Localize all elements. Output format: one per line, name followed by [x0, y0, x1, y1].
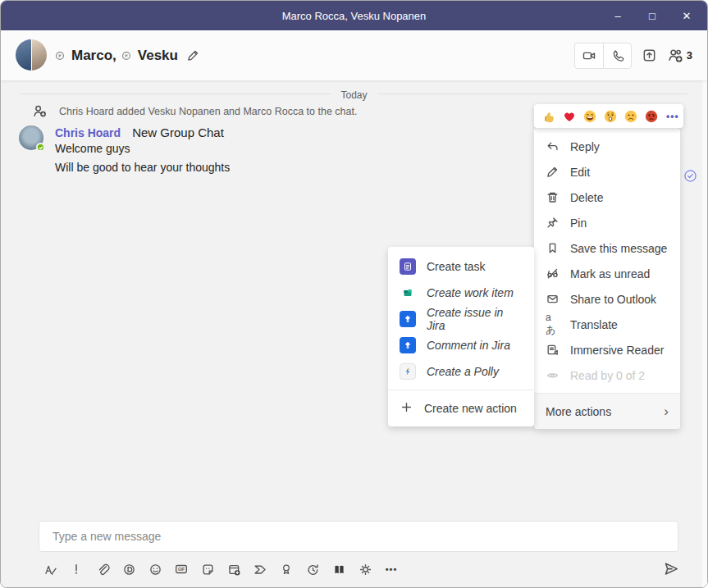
menu-item-share-outlook[interactable]: Share to Outlook	[534, 286, 680, 312]
menu-item-read-by: Read by 0 of 2	[534, 362, 680, 388]
message: Chris Hoard New Group Chat Welcome guys …	[19, 125, 230, 177]
sender-name[interactable]: Chris Hoard	[55, 126, 121, 139]
submenu-item-create-work-item[interactable]: Create work item	[388, 280, 534, 306]
immersive-reader-icon	[546, 343, 560, 357]
praise-icon[interactable]	[279, 562, 294, 577]
composer-toolbar: GIF •••	[43, 560, 399, 578]
submenu-item-comment-jira[interactable]: Comment in Jira	[388, 332, 534, 358]
svg-text:GIF: GIF	[178, 567, 185, 572]
system-message-text: Chris Hoard added Vesku Nopanen and Marc…	[59, 106, 357, 117]
rename-chat-icon[interactable]	[186, 48, 200, 62]
message-input[interactable]	[39, 521, 678, 552]
sender-avatar	[19, 125, 43, 150]
loop-icon[interactable]	[121, 562, 136, 577]
title-bar: Marco Rocca, Vesku Nopanen – □ ✕	[1, 1, 707, 30]
menu-item-pin[interactable]: Pin	[534, 210, 680, 235]
presence-offline-icon	[55, 51, 65, 61]
jira-app-icon	[400, 337, 416, 353]
maximize-button[interactable]: □	[635, 1, 669, 30]
close-button[interactable]: ✕	[669, 1, 704, 30]
reply-icon	[546, 139, 560, 153]
laugh-reaction[interactable]	[582, 109, 597, 124]
delay-send-icon[interactable]	[305, 562, 320, 577]
message-context-menu: Reply Edit Delete Pin Save this message …	[534, 128, 680, 429]
date-divider: Today	[21, 87, 687, 100]
pop-out-chat-button[interactable]	[642, 48, 657, 63]
eye-icon	[546, 368, 560, 382]
format-button[interactable]	[43, 562, 57, 577]
emoji-icon[interactable]	[148, 562, 162, 577]
chat-body: Today Chris Hoard added Vesku Nopanen an…	[1, 80, 707, 588]
glasses-off-icon	[546, 267, 560, 280]
group-avatar	[16, 39, 47, 71]
tasks-app-icon	[400, 258, 416, 275]
angry-reaction[interactable]	[644, 109, 659, 124]
delivery-options-button[interactable]	[69, 562, 84, 577]
bookmark-icon	[546, 241, 560, 255]
submenu-create-new-action[interactable]: Create new action	[388, 390, 534, 426]
message-chat-title: New Group Chat	[132, 125, 224, 139]
menu-item-immersive-reader[interactable]: Immersive Reader	[534, 337, 680, 362]
sad-reaction[interactable]	[623, 109, 638, 124]
view-add-participants-button[interactable]: 3	[667, 47, 692, 64]
jira-app-icon	[400, 311, 416, 327]
chat-header: Marco, Vesku 3	[1, 30, 707, 80]
like-reaction[interactable]	[541, 109, 556, 124]
menu-item-translate[interactable]: aあ Translate	[534, 312, 680, 337]
more-reactions-button[interactable]: •••	[666, 111, 679, 122]
translate-icon: aあ	[546, 317, 560, 331]
delete-icon	[546, 190, 560, 204]
message-sent-indicator	[683, 169, 697, 186]
call-button-group	[574, 43, 632, 69]
date-divider-label: Today	[331, 89, 377, 101]
person-added-icon	[32, 103, 48, 119]
teams-chat-window: Marco Rocca, Vesku Nopanen – □ ✕ Marco, …	[0, 0, 708, 588]
attach-icon[interactable]	[95, 562, 110, 577]
menu-item-more-actions[interactable]: More actions ›	[534, 394, 680, 429]
send-icon[interactable]	[663, 560, 679, 577]
surprised-reaction[interactable]	[603, 109, 618, 124]
menu-item-reply[interactable]: Reply	[534, 134, 680, 159]
message-line: Will be good to hear your thoughts	[55, 158, 230, 177]
schedule-meeting-icon[interactable]	[226, 562, 241, 577]
sticker-icon[interactable]	[200, 562, 215, 577]
edit-icon	[546, 165, 560, 179]
chevron-right-icon: ›	[664, 403, 669, 420]
more-actions-submenu: Create task Create work item Create issu…	[388, 247, 534, 426]
chat-name-marco[interactable]: Marco,	[71, 48, 116, 64]
work-item-app-icon	[400, 285, 416, 301]
participant-count: 3	[687, 49, 692, 62]
more-composer-options-button[interactable]: •••	[384, 562, 399, 577]
plus-icon	[400, 400, 413, 417]
brightness-icon[interactable]	[358, 562, 372, 577]
message-line: Welcome guys	[55, 139, 230, 158]
presence-offline-icon	[121, 51, 131, 61]
chat-name-vesku[interactable]: Vesku	[138, 48, 178, 64]
pin-icon	[546, 216, 560, 230]
reaction-bar: •••	[534, 104, 683, 128]
power-automate-icon[interactable]	[253, 562, 267, 577]
system-message: Chris Hoard added Vesku Nopanen and Marc…	[32, 103, 357, 119]
viva-learning-icon[interactable]	[331, 562, 346, 577]
video-call-button[interactable]	[575, 43, 603, 68]
submenu-item-create-polly[interactable]: Create a Polly	[388, 358, 534, 385]
submenu-item-create-issue-jira[interactable]: Create issue in Jira	[388, 306, 534, 332]
menu-item-delete[interactable]: Delete	[534, 185, 680, 210]
menu-item-edit[interactable]: Edit	[534, 159, 680, 185]
menu-item-save-message[interactable]: Save this message	[534, 235, 680, 261]
presence-available-icon	[36, 143, 45, 152]
audio-call-button[interactable]	[603, 43, 631, 68]
envelope-icon	[546, 292, 560, 306]
polly-app-icon	[400, 363, 416, 380]
minimize-button[interactable]: –	[601, 1, 635, 30]
gif-icon[interactable]: GIF	[174, 562, 189, 577]
scrollbar[interactable]	[702, 80, 707, 588]
submenu-item-create-task[interactable]: Create task	[388, 253, 534, 280]
heart-reaction[interactable]	[562, 109, 577, 124]
menu-item-mark-unread[interactable]: Mark as unread	[534, 261, 680, 286]
